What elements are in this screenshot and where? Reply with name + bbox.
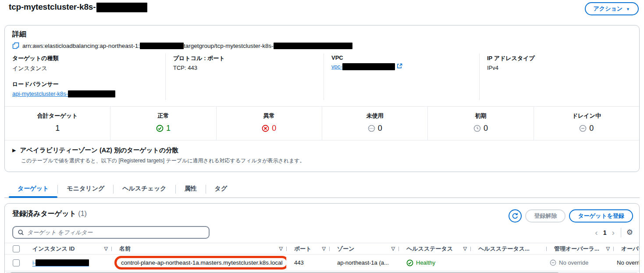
column-label: インスタンス ID: [32, 245, 75, 253]
arn-line: arn:aws:elasticloadbalancing:ap-northeas…: [12, 42, 632, 49]
stat-label: 初期: [428, 112, 533, 120]
stat-initial: 初期 0: [427, 107, 533, 140]
target-type-value: インスタンス: [12, 65, 158, 72]
x-circle-icon: [262, 125, 269, 132]
tab-tags[interactable]: タグ: [206, 181, 236, 198]
previous-page-icon[interactable]: ‹: [594, 228, 598, 237]
ellipsis-circle-icon: [368, 125, 375, 132]
stat-unhealthy: 異常 0: [216, 107, 322, 140]
actions-button[interactable]: アクション▼: [585, 2, 639, 15]
gear-icon[interactable]: ⚙: [626, 228, 633, 237]
override-status: No overri: [613, 259, 639, 266]
column-header-name[interactable]: 名前 ▽: [111, 245, 286, 253]
stat-draining: ドレイン中 0: [534, 107, 639, 140]
stat-label: ドレイン中: [534, 112, 639, 120]
column-header-port[interactable]: ポート ▽: [286, 245, 329, 253]
az-section-title: アベイラビリティーゾーン (AZ) 別のターゲットの分散: [20, 146, 178, 154]
admin-override-status: No override: [550, 259, 588, 266]
details-heading: 詳細: [12, 30, 632, 39]
register-targets-button[interactable]: ターゲットを登録: [569, 209, 633, 223]
load-balancer-link-text: api-mytestcluster-k8s-: [12, 90, 68, 97]
column-header-zone[interactable]: ゾーン ▽: [329, 245, 398, 253]
clock-icon: [473, 125, 481, 132]
column-header-instance-id[interactable]: インスタンス ID ▽: [25, 245, 111, 253]
column-header-admin-override[interactable]: 管理オーバーラ... ▽: [546, 245, 613, 253]
target-zone: ap-northeast-1a (a...: [329, 259, 398, 266]
sort-icon[interactable]: ▽: [104, 246, 108, 251]
admin-override-text: No override: [559, 259, 588, 266]
protocol-port-label: プロトコル : ポート: [173, 54, 317, 62]
registered-targets-title-text: 登録済みターゲット: [12, 210, 76, 217]
refresh-button[interactable]: [509, 209, 522, 223]
tab-attributes[interactable]: 属性: [176, 181, 206, 198]
external-link-icon: [397, 63, 402, 69]
vpc-link-text: vpc-: [331, 63, 342, 70]
search-icon: [18, 229, 24, 236]
row-checkbox[interactable]: [13, 259, 20, 266]
health-status-text: Healthy: [416, 259, 435, 266]
minus-circle-icon: [579, 125, 587, 132]
red-circle-annotation: control-plane-ap-northeast-1a.masters.my…: [114, 256, 286, 269]
stat-value: 0: [378, 124, 382, 133]
sort-icon[interactable]: ▽: [463, 246, 467, 251]
minus-circle-icon: [550, 259, 556, 266]
stat-value: 0: [484, 124, 488, 133]
sort-icon[interactable]: ▽: [391, 246, 395, 251]
check-circle-icon: [156, 125, 164, 132]
target-filter-input[interactable]: [27, 229, 204, 236]
tab-health-check[interactable]: ヘルスチェック: [114, 181, 175, 198]
copy-icon[interactable]: [12, 42, 19, 49]
target-health-summary: 合計ターゲット 1 正常 1 異常 0 未使用 0 初期: [5, 106, 639, 140]
column-label: ゾーン: [337, 245, 355, 253]
column-header-override[interactable]: オーバー: [613, 245, 639, 253]
next-page-icon[interactable]: ›: [611, 228, 615, 237]
column-header-health-status-detail[interactable]: ヘルスステータス...: [470, 245, 546, 253]
page-title: tcp-mytestcluster-k8s-: [9, 2, 147, 12]
arn-suffix: targetgroup/tcp-mytestcluster-k8s-: [184, 43, 274, 49]
instance-id-link[interactable]: i-: [32, 259, 89, 266]
column-label: ヘルスステータス...: [478, 245, 530, 253]
pagination-divider: [621, 228, 621, 237]
column-label: ポート: [294, 245, 312, 253]
redaction: [36, 259, 89, 266]
load-balancer-link[interactable]: api-mytestcluster-k8s-: [12, 90, 115, 97]
stat-label: 正常: [110, 112, 216, 120]
registered-targets-title: 登録済みターゲット (1): [12, 209, 87, 219]
actions-button-label: アクション: [594, 5, 623, 12]
refresh-icon: [512, 212, 519, 219]
stat-label: 異常: [217, 112, 322, 120]
details-grid: ターゲットの種類 インスタンス ロードバランサー api-mytestclust…: [5, 54, 639, 106]
stat-value: 1: [55, 124, 60, 133]
check-circle-icon: [406, 259, 413, 266]
vpc-link[interactable]: vpc-: [331, 63, 402, 70]
sort-icon[interactable]: ▽: [279, 246, 283, 251]
target-type-label: ターゲットの種類: [12, 54, 158, 62]
tab-targets[interactable]: ターゲット: [9, 181, 57, 198]
arn-text: arn:aws:elasticloadbalancing:ap-northeas…: [22, 43, 352, 49]
az-distribution-expander[interactable]: ▶ アベイラビリティーゾーン (AZ) 別のターゲットの分散 このテーブルで値を…: [5, 140, 639, 172]
stat-value: 0: [589, 124, 594, 133]
stat-label: 合計ターゲット: [5, 112, 110, 120]
select-all-checkbox[interactable]: [13, 245, 20, 252]
sort-icon[interactable]: ▽: [322, 246, 326, 251]
page-header: tcp-mytestcluster-k8s- アクション▼: [0, 0, 644, 15]
redaction: [96, 3, 147, 12]
registered-targets-table: インスタンス ID ▽ 名前 ▽ ポート ▽ ゾーン ▽ ヘルスステータス ▽ …: [5, 243, 639, 271]
page-number[interactable]: 1: [603, 229, 607, 236]
target-name: control-plane-ap-northeast-1a.masters.my…: [121, 259, 282, 266]
redaction: [140, 43, 184, 49]
stat-healthy: 正常 1: [110, 107, 216, 140]
stat-total-targets: 合計ターゲット 1: [5, 107, 110, 140]
ip-type-label: IP アドレスタイプ: [487, 54, 632, 62]
target-filter-box: [12, 226, 210, 239]
tab-monitoring[interactable]: モニタリング: [58, 181, 113, 198]
deregister-button[interactable]: 登録解除: [525, 209, 566, 223]
vpc-label: VPC: [331, 54, 472, 61]
column-header-health-status[interactable]: ヘルスステータス ▽: [398, 245, 470, 253]
protocol-port-value: TCP: 443: [173, 65, 317, 71]
instance-id-text: i-: [32, 259, 36, 266]
redaction: [342, 63, 395, 70]
load-balancer-label: ロードバランサー: [12, 80, 158, 88]
table-header-row: インスタンス ID ▽ 名前 ▽ ポート ▽ ゾーン ▽ ヘルスステータス ▽ …: [5, 243, 639, 255]
sort-icon[interactable]: ▽: [606, 246, 610, 251]
